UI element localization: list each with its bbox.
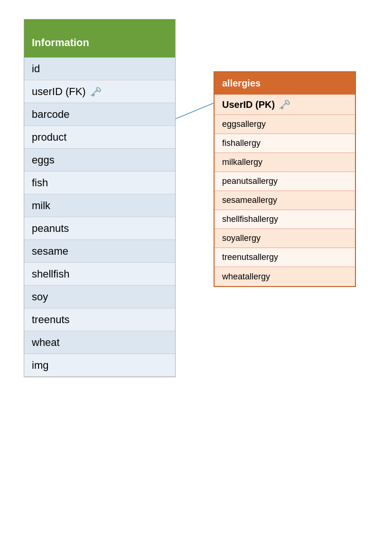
row-label: milkallergy	[222, 157, 262, 167]
row-label: wheatallergy	[222, 272, 270, 282]
table-row: fish	[24, 172, 175, 194]
allergies-rows: UserID (PK)🗝️eggsallergyfishallergymilka…	[215, 95, 355, 286]
row-label: milk	[32, 200, 50, 212]
table-row: treenutsallergy	[215, 248, 355, 267]
row-label: id	[32, 63, 40, 75]
table-row: shellfishallergy	[215, 210, 355, 229]
row-label: soyallergy	[222, 233, 261, 243]
table-row: wheatallergy	[215, 267, 355, 286]
pk-row: UserID (PK)🗝️	[215, 95, 355, 115]
row-label: treenutsallergy	[222, 252, 278, 262]
row-label: userID (FK)	[32, 86, 86, 98]
pk-label: UserID (PK)	[222, 99, 275, 110]
row-label: eggs	[32, 154, 55, 166]
row-label: peanuts	[32, 222, 69, 235]
row-label: wheat	[32, 336, 60, 349]
table-row: peanutsallergy	[215, 172, 355, 191]
information-header-label: Information	[32, 37, 89, 49]
allergies-table: allergies UserID (PK)🗝️eggsallergyfishal…	[214, 71, 356, 287]
table-row: shellfish	[24, 263, 175, 286]
table-row: sesameallergy	[215, 191, 355, 210]
row-label: shellfishallergy	[222, 214, 278, 224]
table-row: product	[24, 126, 175, 149]
table-row: treenuts	[24, 308, 175, 331]
table-row: fishallergy	[215, 134, 355, 153]
row-label: barcode	[32, 108, 70, 121]
row-label: shellfish	[32, 268, 69, 280]
information-rows: iduserID (FK)🗝️barcodeproducteggsfishmil…	[24, 57, 175, 377]
table-row: soyallergy	[215, 229, 355, 248]
row-label: soy	[32, 291, 48, 303]
table-row: id	[24, 57, 175, 80]
row-label: product	[32, 131, 66, 144]
table-row: milk	[24, 194, 175, 217]
row-label: img	[32, 359, 48, 372]
table-row: soy	[24, 286, 175, 308]
table-row: img	[24, 354, 175, 377]
table-row: wheat	[24, 331, 175, 354]
table-row: sesame	[24, 240, 175, 263]
svg-line-0	[176, 103, 214, 119]
row-label: fish	[32, 177, 48, 189]
diagram-container: Information iduserID (FK)🗝️barcodeproduc…	[9, 10, 383, 523]
table-row: barcode	[24, 103, 175, 126]
row-label: sesameallergy	[222, 195, 277, 205]
allergies-table-header: allergies	[215, 72, 355, 95]
information-table-header: Information	[24, 19, 175, 57]
row-label: treenuts	[32, 314, 70, 326]
row-label: eggsallergy	[222, 119, 266, 129]
table-row: milkallergy	[215, 153, 355, 172]
row-label: peanutsallergy	[222, 176, 278, 186]
information-table: Information iduserID (FK)🗝️barcodeproduc…	[24, 19, 176, 377]
row-label: sesame	[32, 245, 68, 258]
table-row: userID (FK)🗝️	[24, 80, 175, 103]
table-row: eggs	[24, 149, 175, 172]
table-row: peanuts	[24, 217, 175, 240]
key-icon: 🗝️	[90, 86, 102, 97]
row-label: fishallergy	[222, 138, 261, 148]
table-row: eggsallergy	[215, 115, 355, 134]
key-icon: 🗝️	[279, 99, 290, 110]
allergies-header-label: allergies	[222, 78, 261, 88]
